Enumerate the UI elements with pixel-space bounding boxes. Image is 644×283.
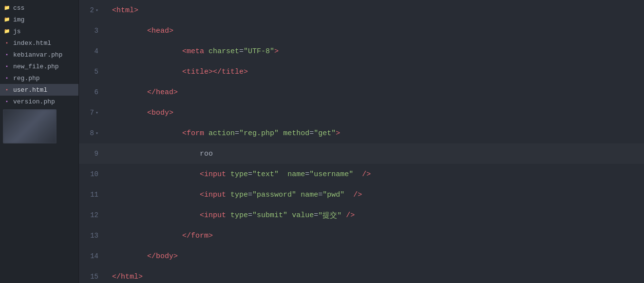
sidebar-item-label: css xyxy=(13,4,24,12)
code-line-8: 8 ▾ <form action="reg.php" method="get"> xyxy=(79,123,644,143)
line-number: 9 xyxy=(79,143,104,164)
file-php-icon: ▪ xyxy=(3,62,11,70)
line-number: 13 xyxy=(79,225,104,246)
file-tree-sidebar: 📁 css 📁 img 📁 js ▪ index.html ▪ kebianva… xyxy=(0,0,79,283)
line-number: 11 xyxy=(79,184,104,205)
line-number: 8 ▾ xyxy=(79,123,104,143)
line-content: </head> xyxy=(104,82,644,102)
line-number: 4 xyxy=(79,41,104,61)
file-php-icon: ▪ xyxy=(3,98,11,105)
file-thumbnail xyxy=(3,109,57,143)
line-content: <form action="reg.php" method="get"> xyxy=(104,123,644,143)
line-content: <input type="submit" value="提交" /> xyxy=(104,205,644,225)
code-line-10: 10 <input type="text" name="username" /> xyxy=(79,164,644,184)
code-editor[interactable]: 2 ▾ <html> 3 <head> 4 <meta charset="UTF… xyxy=(79,0,644,283)
folder-icon: 📁 xyxy=(3,4,11,12)
line-number: 5 xyxy=(79,61,104,82)
line-number: 10 xyxy=(79,164,104,184)
code-line-15: 15 </html> xyxy=(79,266,644,283)
line-content: <input type="password" name="pwd" /> xyxy=(104,184,644,205)
line-content: roo xyxy=(104,143,644,164)
line-content: <title></title> xyxy=(104,61,644,82)
sidebar-item-reg-php[interactable]: ▪ reg.php xyxy=(0,72,78,84)
line-content: <head> xyxy=(104,20,644,41)
sidebar-item-label: js xyxy=(13,28,21,35)
sidebar-item-label: reg.php xyxy=(13,75,40,82)
line-content: <input type="text" name="username" /> xyxy=(104,164,644,184)
code-line-14: 14 </body> xyxy=(79,246,644,266)
code-line-3: 3 <head> xyxy=(79,20,644,41)
line-content: <body> xyxy=(104,102,644,123)
line-content: </form> xyxy=(104,225,644,246)
line-content: </html> xyxy=(104,266,644,283)
sidebar-item-user-html[interactable]: ▪ user.html xyxy=(0,84,78,96)
fold-icon[interactable]: ▾ xyxy=(95,110,98,116)
line-number: 15 xyxy=(79,266,104,283)
sidebar-item-img[interactable]: 📁 img xyxy=(0,14,78,25)
sidebar-item-css[interactable]: 📁 css xyxy=(0,2,78,14)
code-line-7: 7 ▾ <body> xyxy=(79,102,644,123)
code-line-9: 9 roo xyxy=(79,143,644,164)
line-number: 2 ▾ xyxy=(79,0,104,20)
line-content: </body> xyxy=(104,246,644,266)
line-number: 12 xyxy=(79,205,104,225)
sidebar-item-new-file-php[interactable]: ▪ new_file.php xyxy=(0,61,78,72)
line-content: <html> xyxy=(104,0,644,20)
line-content: <meta charset="UTF-8"> xyxy=(104,41,644,61)
code-line-12: 12 <input type="submit" value="提交" /> xyxy=(79,205,644,225)
sidebar-item-version-php[interactable]: ▪ version.php xyxy=(0,96,78,107)
sidebar-item-label: img xyxy=(13,16,24,23)
folder-icon: 📁 xyxy=(3,16,11,23)
file-php-icon: ▪ xyxy=(3,51,11,59)
line-number: 14 xyxy=(79,246,104,266)
line-number: 7 ▾ xyxy=(79,102,104,123)
fold-icon[interactable]: ▾ xyxy=(95,7,98,13)
code-line-13: 13 </form> xyxy=(79,225,644,246)
code-line-5: 5 <title></title> xyxy=(79,61,644,82)
code-line-4: 4 <meta charset="UTF-8"> xyxy=(79,41,644,61)
file-html-icon: ▪ xyxy=(3,39,11,47)
sidebar-item-label: kebianvar.php xyxy=(13,51,62,59)
sidebar-item-label: new_file.php xyxy=(13,63,59,70)
file-html-icon: ▪ xyxy=(3,86,11,94)
code-line-2: 2 ▾ <html> xyxy=(79,0,644,20)
sidebar-item-label: version.php xyxy=(13,98,55,105)
sidebar-item-label: index.html xyxy=(13,40,51,47)
code-line-11: 11 <input type="password" name="pwd" /> xyxy=(79,184,644,205)
sidebar-item-index-html[interactable]: ▪ index.html xyxy=(0,37,78,49)
code-line-6: 6 </head> xyxy=(79,82,644,102)
file-php-icon: ▪ xyxy=(3,74,11,82)
sidebar-item-js[interactable]: 📁 js xyxy=(0,25,78,37)
line-number: 3 xyxy=(79,20,104,41)
fold-icon[interactable]: ▾ xyxy=(95,130,98,136)
line-number: 6 xyxy=(79,82,104,102)
sidebar-item-kebianvar-php[interactable]: ▪ kebianvar.php xyxy=(0,49,78,61)
sidebar-item-label: user.html xyxy=(13,86,47,94)
folder-icon: 📁 xyxy=(3,27,11,35)
